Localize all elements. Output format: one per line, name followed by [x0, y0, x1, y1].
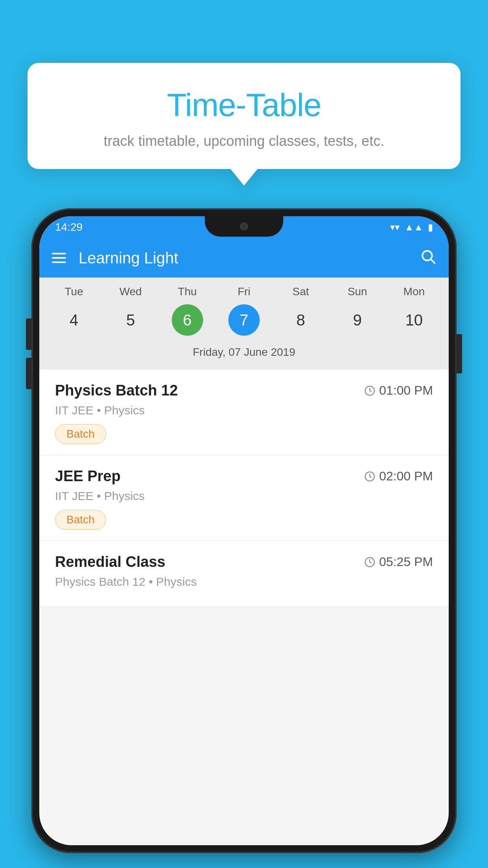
class-meta-0: IIT JEE • Physics — [55, 404, 433, 417]
day-name-fri: Fri — [220, 285, 268, 298]
hamburger-line-3 — [52, 261, 66, 263]
battery-icon: ▮ — [428, 222, 433, 233]
app-bar: Learning Light — [39, 238, 449, 278]
app-title: Learning Light — [79, 249, 407, 267]
tooltip-subtitle: track timetable, upcoming classes, tests… — [51, 133, 437, 149]
tooltip-title: Time-Table — [51, 86, 437, 123]
class-item-0[interactable]: Physics Batch 12 01:00 PMIIT JEE • Physi… — [39, 370, 449, 455]
tooltip-card: Time-Table track timetable, upcoming cla… — [28, 63, 460, 169]
power-button — [457, 334, 462, 373]
class-time-0: 01:00 PM — [364, 383, 433, 398]
clock-icon — [364, 471, 375, 482]
phone-notch — [205, 216, 283, 237]
day-number-8[interactable]: 8 — [285, 304, 316, 336]
class-meta-1: IIT JEE • Physics — [55, 489, 433, 503]
selected-date-label: Friday, 07 June 2019 — [39, 342, 449, 366]
phone-mockup: 14:29 ▾▾ ▲▲ ▮ Learning Light — [31, 208, 457, 868]
svg-line-1 — [431, 259, 435, 263]
day-number-10[interactable]: 10 — [398, 304, 430, 336]
hamburger-menu-button[interactable] — [52, 253, 66, 263]
class-item-2[interactable]: Remedial Class 05:25 PMPhysics Batch 12 … — [39, 541, 449, 607]
clock-icon — [364, 557, 375, 568]
class-time-2: 05:25 PM — [364, 555, 433, 569]
day-number-9[interactable]: 9 — [342, 304, 373, 336]
day-name-mon: Mon — [391, 285, 438, 298]
class-header-0: Physics Batch 12 01:00 PM — [55, 382, 433, 399]
day-names-row: TueWedThuFriSatSunMon — [39, 285, 449, 298]
volume-up-button — [26, 318, 31, 350]
camera-dot — [240, 223, 248, 230]
class-name-1: JEE Prep — [55, 468, 121, 485]
day-number-6[interactable]: 6 — [172, 304, 203, 336]
hamburger-line-2 — [52, 257, 66, 259]
phone-frame: 14:29 ▾▾ ▲▲ ▮ Learning Light — [31, 208, 457, 853]
clock-icon — [364, 385, 375, 396]
calendar-strip: TueWedThuFriSatSunMon 45678910 Friday, 0… — [39, 278, 449, 370]
day-name-sat: Sat — [277, 285, 324, 298]
phone-screen: 14:29 ▾▾ ▲▲ ▮ Learning Light — [39, 216, 449, 845]
day-name-sun: Sun — [334, 285, 381, 298]
class-name-0: Physics Batch 12 — [55, 382, 178, 399]
day-numbers-row: 45678910 — [39, 304, 449, 336]
status-time: 14:29 — [55, 221, 83, 234]
batch-badge-1: Batch — [55, 510, 106, 530]
signal-icon: ▲▲ — [404, 222, 423, 233]
class-meta-2: Physics Batch 12 • Physics — [55, 575, 433, 588]
class-header-2: Remedial Class 05:25 PM — [55, 554, 433, 570]
day-number-4[interactable]: 4 — [58, 304, 90, 336]
day-number-7[interactable]: 7 — [228, 304, 260, 336]
class-name-2: Remedial Class — [55, 554, 165, 570]
day-name-thu: Thu — [164, 285, 211, 298]
day-name-wed: Wed — [107, 285, 154, 298]
class-list: Physics Batch 12 01:00 PMIIT JEE • Physi… — [39, 370, 449, 607]
class-header-1: JEE Prep 02:00 PM — [55, 468, 433, 485]
wifi-icon: ▾▾ — [390, 222, 400, 233]
search-button[interactable] — [420, 248, 436, 268]
batch-badge-0: Batch — [55, 424, 106, 444]
day-name-tue: Tue — [50, 285, 97, 298]
class-item-1[interactable]: JEE Prep 02:00 PMIIT JEE • PhysicsBatch — [39, 455, 449, 541]
class-time-1: 02:00 PM — [364, 469, 433, 484]
day-number-5[interactable]: 5 — [115, 304, 146, 336]
volume-down-button — [26, 358, 31, 389]
hamburger-line-1 — [52, 253, 66, 254]
status-icons: ▾▾ ▲▲ ▮ — [390, 222, 433, 233]
